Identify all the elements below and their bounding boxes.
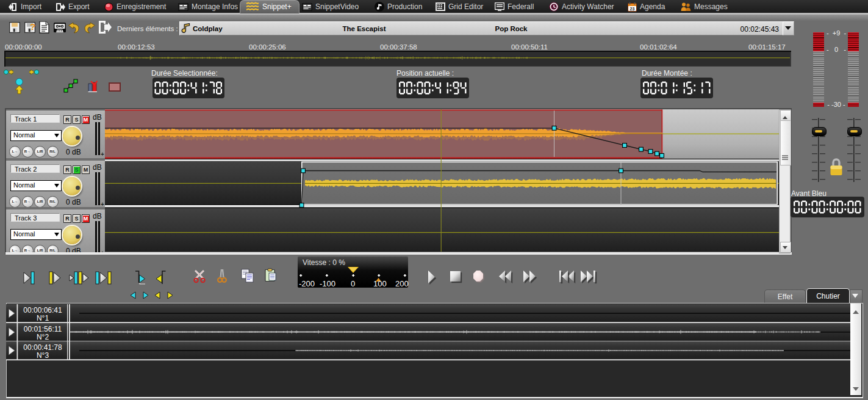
- svg-text:N°2: N°2: [37, 333, 49, 341]
- svg-text:00:01:56:11: 00:01:56:11: [24, 325, 62, 333]
- svg-text:00:00:41:78: 00:00:41:78: [23, 343, 62, 352]
- svg-text:00:00:06:41: 00:00:06:41: [23, 306, 62, 315]
- svg-text:N°1: N°1: [37, 314, 49, 322]
- svg-text:N°3: N°3: [37, 351, 49, 360]
- svg-text:?: ?: [30, 22, 35, 32]
- svg-text:23: 23: [630, 6, 635, 10]
